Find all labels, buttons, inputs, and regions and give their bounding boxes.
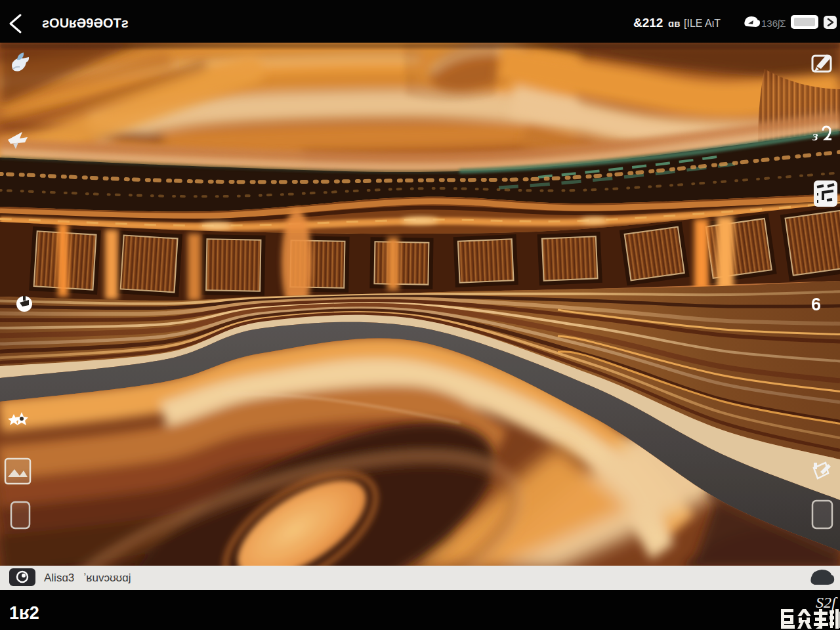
- svg-text:ɜ: ɜ: [812, 128, 818, 144]
- svg-text:ɑʙ: ɑʙ: [668, 18, 680, 29]
- svg-text:ƨOUʁƏ9ƏOTƨ: ƨOUʁƏ9ƏOTƨ: [42, 16, 129, 30]
- svg-text:Alisɑ3 ʼʁuvɔʊʊɑj: Alisɑ3 ʼʁuvɔʊʊɑj: [44, 572, 131, 584]
- svg-text:136ʃΣ: 136ʃΣ: [761, 18, 786, 29]
- svg-text:[ILE AιT: [ILE AιT: [684, 18, 721, 29]
- svg-text:&212: &212: [633, 16, 663, 30]
- svg-text:6: 6: [811, 295, 821, 314]
- svg-text:1ʁ2: 1ʁ2: [9, 603, 39, 623]
- svg-text:S2ſ: S2ſ: [816, 594, 838, 611]
